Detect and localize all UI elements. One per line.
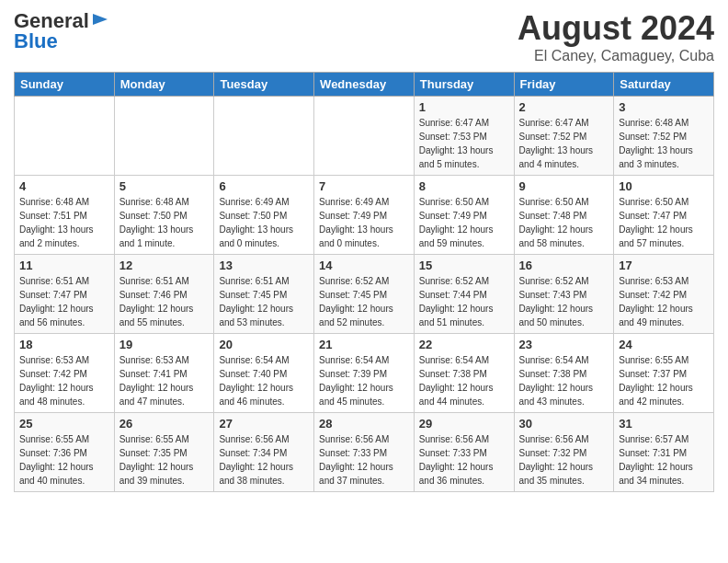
calendar-cell: 20Sunrise: 6:54 AMSunset: 7:40 PMDayligh… <box>214 334 314 413</box>
calendar-cell: 12Sunrise: 6:51 AMSunset: 7:46 PMDayligh… <box>114 255 214 334</box>
day-info: Sunrise: 6:56 AMSunset: 7:32 PMDaylight:… <box>519 432 609 488</box>
calendar-cell: 31Sunrise: 6:57 AMSunset: 7:31 PMDayligh… <box>614 413 714 492</box>
day-number: 13 <box>219 259 309 272</box>
day-info: Sunrise: 6:55 AMSunset: 7:36 PMDaylight:… <box>19 432 109 488</box>
day-number: 16 <box>519 259 609 272</box>
calendar-cell: 15Sunrise: 6:52 AMSunset: 7:44 PMDayligh… <box>414 255 514 334</box>
day-number: 8 <box>419 179 509 193</box>
day-number: 4 <box>19 179 109 193</box>
calendar-cell: 2Sunrise: 6:47 AMSunset: 7:52 PMDaylight… <box>514 97 614 176</box>
day-number: 24 <box>619 338 709 351</box>
day-number: 28 <box>319 417 409 431</box>
day-number: 11 <box>19 259 109 272</box>
day-number: 3 <box>619 100 709 114</box>
day-number: 10 <box>619 179 709 193</box>
calendar-cell: 29Sunrise: 6:56 AMSunset: 7:33 PMDayligh… <box>414 413 514 492</box>
calendar-cell: 23Sunrise: 6:54 AMSunset: 7:38 PMDayligh… <box>514 334 614 413</box>
day-info: Sunrise: 6:50 AMSunset: 7:47 PMDaylight:… <box>619 195 709 250</box>
day-number: 7 <box>319 179 409 193</box>
col-header-thursday: Thursday <box>414 73 514 97</box>
calendar-cell: 8Sunrise: 6:50 AMSunset: 7:49 PMDaylight… <box>414 176 514 255</box>
calendar-cell <box>214 97 314 176</box>
day-number: 20 <box>219 338 309 351</box>
day-number: 9 <box>519 179 609 193</box>
day-number: 17 <box>619 259 709 272</box>
col-header-wednesday: Wednesday <box>314 73 415 97</box>
calendar-table: SundayMondayTuesdayWednesdayThursdayFrid… <box>14 72 714 492</box>
day-number: 1 <box>419 100 509 114</box>
month-year-title: August 2024 <box>518 9 714 48</box>
day-number: 22 <box>419 338 509 351</box>
col-header-tuesday: Tuesday <box>214 73 314 97</box>
col-header-saturday: Saturday <box>614 73 714 97</box>
calendar-cell <box>314 97 415 176</box>
day-info: Sunrise: 6:48 AMSunset: 7:52 PMDaylight:… <box>619 116 709 171</box>
day-number: 19 <box>119 338 210 351</box>
day-info: Sunrise: 6:49 AMSunset: 7:50 PMDaylight:… <box>219 195 309 250</box>
calendar-cell: 19Sunrise: 6:53 AMSunset: 7:41 PMDayligh… <box>114 334 214 413</box>
title-area: August 2024 El Caney, Camaguey, Cuba <box>518 9 714 64</box>
calendar-cell: 11Sunrise: 6:51 AMSunset: 7:47 PMDayligh… <box>15 255 115 334</box>
day-info: Sunrise: 6:47 AMSunset: 7:52 PMDaylight:… <box>519 116 609 171</box>
calendar-week-row: 4Sunrise: 6:48 AMSunset: 7:51 PMDaylight… <box>15 176 714 255</box>
day-info: Sunrise: 6:52 AMSunset: 7:44 PMDaylight:… <box>419 274 509 329</box>
calendar-cell: 6Sunrise: 6:49 AMSunset: 7:50 PMDaylight… <box>214 176 314 255</box>
calendar-cell: 17Sunrise: 6:53 AMSunset: 7:42 PMDayligh… <box>614 255 714 334</box>
day-number: 5 <box>119 179 210 193</box>
day-number: 2 <box>519 100 609 114</box>
calendar-week-row: 18Sunrise: 6:53 AMSunset: 7:42 PMDayligh… <box>15 334 714 413</box>
day-number: 15 <box>419 259 509 272</box>
calendar-header-row: SundayMondayTuesdayWednesdayThursdayFrid… <box>15 73 714 97</box>
col-header-sunday: Sunday <box>15 73 115 97</box>
calendar-cell: 16Sunrise: 6:52 AMSunset: 7:43 PMDayligh… <box>514 255 614 334</box>
logo-flag-icon <box>91 12 109 30</box>
day-info: Sunrise: 6:54 AMSunset: 7:40 PMDaylight:… <box>219 353 309 408</box>
day-info: Sunrise: 6:54 AMSunset: 7:38 PMDaylight:… <box>419 353 509 408</box>
calendar-cell: 24Sunrise: 6:55 AMSunset: 7:37 PMDayligh… <box>614 334 714 413</box>
day-info: Sunrise: 6:51 AMSunset: 7:47 PMDaylight:… <box>19 274 109 329</box>
calendar-cell: 22Sunrise: 6:54 AMSunset: 7:38 PMDayligh… <box>414 334 514 413</box>
day-info: Sunrise: 6:53 AMSunset: 7:42 PMDaylight:… <box>19 353 109 408</box>
calendar-cell: 10Sunrise: 6:50 AMSunset: 7:47 PMDayligh… <box>614 176 714 255</box>
calendar-week-row: 11Sunrise: 6:51 AMSunset: 7:47 PMDayligh… <box>15 255 714 334</box>
day-number: 6 <box>219 179 309 193</box>
day-number: 23 <box>519 338 609 351</box>
day-info: Sunrise: 6:48 AMSunset: 7:51 PMDaylight:… <box>19 195 109 250</box>
day-info: Sunrise: 6:53 AMSunset: 7:41 PMDaylight:… <box>119 353 210 408</box>
day-number: 26 <box>119 417 210 431</box>
day-number: 21 <box>319 338 409 351</box>
day-info: Sunrise: 6:49 AMSunset: 7:49 PMDaylight:… <box>319 195 409 250</box>
calendar-cell: 4Sunrise: 6:48 AMSunset: 7:51 PMDaylight… <box>15 176 115 255</box>
day-info: Sunrise: 6:47 AMSunset: 7:53 PMDaylight:… <box>419 116 509 171</box>
calendar-week-row: 1Sunrise: 6:47 AMSunset: 7:53 PMDaylight… <box>15 97 714 176</box>
col-header-friday: Friday <box>514 73 614 97</box>
calendar-cell: 21Sunrise: 6:54 AMSunset: 7:39 PMDayligh… <box>314 334 415 413</box>
day-info: Sunrise: 6:55 AMSunset: 7:35 PMDaylight:… <box>119 432 210 488</box>
calendar-cell: 3Sunrise: 6:48 AMSunset: 7:52 PMDaylight… <box>614 97 714 176</box>
location-subtitle: El Caney, Camaguey, Cuba <box>518 48 714 64</box>
logo: General Blue <box>14 9 111 53</box>
calendar-cell <box>114 97 214 176</box>
day-number: 30 <box>519 417 609 431</box>
day-info: Sunrise: 6:55 AMSunset: 7:37 PMDaylight:… <box>619 353 709 408</box>
calendar-cell: 25Sunrise: 6:55 AMSunset: 7:36 PMDayligh… <box>15 413 115 492</box>
day-info: Sunrise: 6:56 AMSunset: 7:33 PMDaylight:… <box>319 432 409 488</box>
calendar-cell: 28Sunrise: 6:56 AMSunset: 7:33 PMDayligh… <box>314 413 415 492</box>
day-info: Sunrise: 6:53 AMSunset: 7:42 PMDaylight:… <box>619 274 709 329</box>
calendar-cell <box>15 97 115 176</box>
day-info: Sunrise: 6:51 AMSunset: 7:46 PMDaylight:… <box>119 274 210 329</box>
calendar-cell: 5Sunrise: 6:48 AMSunset: 7:50 PMDaylight… <box>114 176 214 255</box>
day-number: 31 <box>619 417 709 431</box>
day-info: Sunrise: 6:52 AMSunset: 7:45 PMDaylight:… <box>319 274 409 329</box>
day-number: 14 <box>319 259 409 272</box>
calendar-cell: 7Sunrise: 6:49 AMSunset: 7:49 PMDaylight… <box>314 176 415 255</box>
day-info: Sunrise: 6:48 AMSunset: 7:50 PMDaylight:… <box>119 195 210 250</box>
day-info: Sunrise: 6:54 AMSunset: 7:38 PMDaylight:… <box>519 353 609 408</box>
svg-marker-0 <box>93 14 108 25</box>
calendar-week-row: 25Sunrise: 6:55 AMSunset: 7:36 PMDayligh… <box>15 413 714 492</box>
calendar-cell: 27Sunrise: 6:56 AMSunset: 7:34 PMDayligh… <box>214 413 314 492</box>
day-number: 27 <box>219 417 309 431</box>
day-number: 29 <box>419 417 509 431</box>
day-info: Sunrise: 6:52 AMSunset: 7:43 PMDaylight:… <box>519 274 609 329</box>
day-number: 18 <box>19 338 109 351</box>
